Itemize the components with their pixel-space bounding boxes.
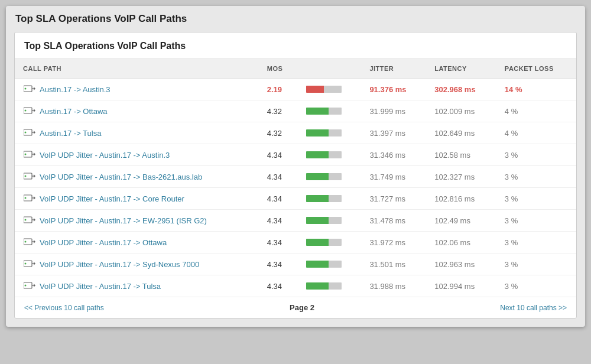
cell-packetloss: 4 %: [496, 122, 576, 144]
table-row: VoIP UDP Jitter - Austin.17 -> Syd-Nexus…: [15, 254, 576, 275]
svg-point-35: [25, 263, 27, 265]
table-row: VoIP UDP Jitter - Austin.17 -> Bas-2621.…: [15, 166, 576, 188]
svg-point-31: [25, 241, 27, 243]
svg-marker-10: [34, 131, 35, 134]
path-link[interactable]: Austin.17 -> Ottawa: [40, 107, 108, 116]
inner-panel: Top SLA Operations VoIP Call Paths CALL …: [14, 32, 577, 318]
table-footer: << Previous 10 call paths Page 2 Next 10…: [15, 297, 576, 318]
svg-marker-18: [34, 174, 35, 178]
col-header-bar: [298, 59, 361, 79]
cell-latency: 102.327 ms: [426, 166, 496, 188]
svg-point-23: [25, 197, 27, 199]
path-icon: [23, 128, 36, 138]
cell-bar: [298, 210, 361, 232]
cell-mos: 4.34: [259, 144, 298, 166]
outer-title: Top SLA Operations VoIP Call Paths: [14, 13, 577, 25]
path-link[interactable]: VoIP UDP Jitter - Austin.17 -> Ottawa: [40, 238, 167, 247]
cell-mos: 4.34: [259, 232, 298, 254]
cell-bar: [298, 254, 361, 275]
cell-mos: 4.34: [259, 166, 298, 188]
cell-latency: 102.06 ms: [426, 232, 496, 254]
svg-marker-14: [34, 152, 35, 156]
page-label: Page 2: [290, 303, 314, 312]
cell-jitter: 31.988 ms: [361, 275, 426, 297]
cell-bar: [298, 188, 361, 210]
col-header-mos: MOS: [259, 59, 298, 79]
path-icon: [23, 172, 36, 181]
prev-page-link[interactable]: << Previous 10 call paths: [24, 304, 104, 312]
svg-marker-30: [34, 240, 35, 243]
cell-latency: 102.963 ms: [426, 254, 496, 275]
path-link[interactable]: VoIP UDP Jitter - Austin.17 -> Syd-Nexus…: [40, 260, 199, 269]
cell-jitter: 31.478 ms: [361, 210, 426, 232]
table-row: Austin.17 -> Austin.3 2.19 91.376 ms302.…: [15, 79, 576, 100]
path-icon: [23, 238, 36, 247]
inner-title: Top SLA Operations VoIP Call Paths: [15, 32, 576, 59]
svg-point-11: [25, 132, 27, 134]
path-link[interactable]: Austin.17 -> Austin.3: [40, 85, 111, 94]
cell-bar: [298, 79, 361, 100]
cell-latency: 102.009 ms: [426, 100, 496, 122]
table-row: Austin.17 -> Ottawa 4.32 31.999 ms102.00…: [15, 100, 576, 122]
path-link[interactable]: Austin.17 -> Tulsa: [40, 129, 101, 138]
cell-latency: 102.58 ms: [426, 144, 496, 166]
path-icon: [23, 84, 36, 94]
path-link[interactable]: VoIP UDP Jitter - Austin.17 -> Austin.3: [40, 151, 170, 160]
cell-callpath: Austin.17 -> Ottawa: [15, 100, 259, 122]
col-header-callpath: CALL PATH: [15, 59, 259, 79]
col-header-latency: LATENCY: [426, 59, 496, 79]
path-link[interactable]: VoIP UDP Jitter - Austin.17 -> Core Rout…: [40, 194, 184, 203]
cell-callpath: VoIP UDP Jitter - Austin.17 -> Core Rout…: [15, 188, 259, 210]
svg-point-27: [25, 219, 27, 221]
cell-bar: [298, 100, 361, 122]
cell-bar: [298, 122, 361, 144]
cell-packetloss: 3 %: [496, 188, 576, 210]
col-header-packetloss: PACKET LOSS: [496, 59, 576, 79]
cell-callpath: VoIP UDP Jitter - Austin.17 -> Austin.3: [15, 144, 259, 166]
svg-point-19: [25, 176, 27, 177]
cell-bar: [298, 144, 361, 166]
path-link[interactable]: VoIP UDP Jitter - Austin.17 -> EW-2951 (…: [40, 216, 207, 225]
table-row: VoIP UDP Jitter - Austin.17 -> Ottawa 4.…: [15, 232, 576, 254]
cell-jitter: 31.749 ms: [361, 166, 426, 188]
table-row: Austin.17 -> Tulsa 4.32 31.397 ms102.649…: [15, 122, 576, 144]
cell-callpath: Austin.17 -> Austin.3: [15, 79, 259, 100]
cell-jitter: 31.727 ms: [361, 188, 426, 210]
svg-point-39: [25, 285, 27, 287]
svg-marker-22: [34, 196, 35, 200]
cell-latency: 102.994 ms: [426, 275, 496, 297]
cell-mos: 4.34: [259, 275, 298, 297]
next-page-link[interactable]: Next 10 call paths >>: [500, 304, 567, 312]
cell-callpath: VoIP UDP Jitter - Austin.17 -> EW-2951 (…: [15, 210, 259, 232]
cell-mos: 2.19: [259, 79, 298, 100]
cell-packetloss: 3 %: [496, 254, 576, 275]
cell-mos: 4.34: [259, 210, 298, 232]
path-icon: [23, 150, 36, 160]
path-icon: [23, 281, 36, 291]
path-icon: [23, 106, 36, 116]
cell-latency: 102.649 ms: [426, 122, 496, 144]
table-header-row: CALL PATH MOS JITTER LATENCY PACKET LOSS: [15, 59, 576, 79]
svg-point-3: [25, 88, 27, 90]
path-link[interactable]: VoIP UDP Jitter - Austin.17 -> Tulsa: [40, 282, 161, 291]
cell-mos: 4.34: [259, 188, 298, 210]
cell-latency: 302.968 ms: [426, 79, 496, 100]
cell-packetloss: 14 %: [496, 79, 576, 100]
svg-marker-38: [34, 284, 35, 287]
cell-callpath: Austin.17 -> Tulsa: [15, 122, 259, 144]
path-link[interactable]: VoIP UDP Jitter - Austin.17 -> Bas-2621.…: [40, 173, 202, 181]
cell-bar: [298, 232, 361, 254]
table-row: VoIP UDP Jitter - Austin.17 -> EW-2951 (…: [15, 210, 576, 232]
cell-jitter: 91.376 ms: [361, 79, 426, 100]
cell-bar: [298, 166, 361, 188]
cell-bar: [298, 275, 361, 297]
cell-jitter: 31.972 ms: [361, 232, 426, 254]
cell-jitter: 31.346 ms: [361, 144, 426, 166]
cell-mos: 4.34: [259, 254, 298, 275]
cell-callpath: VoIP UDP Jitter - Austin.17 -> Tulsa: [15, 275, 259, 297]
path-icon: [23, 216, 36, 225]
cell-packetloss: 3 %: [496, 166, 576, 188]
cell-callpath: VoIP UDP Jitter - Austin.17 -> Ottawa: [15, 232, 259, 254]
path-icon: [23, 259, 36, 269]
cell-mos: 4.32: [259, 122, 298, 144]
